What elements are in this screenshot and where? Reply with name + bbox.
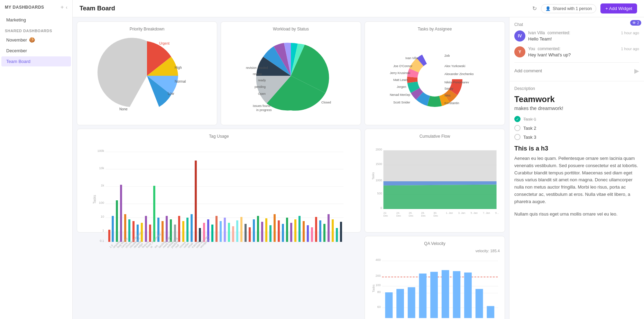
ivan-avatar: IV <box>514 30 525 42</box>
qa-velocity-value: velocity: 185.4 <box>370 249 500 253</box>
sidebar-item-december[interactable]: December <box>1 46 71 56</box>
svg-text:Nenad Merćep: Nenad Merćep <box>390 93 410 97</box>
svg-text:pending: pending <box>255 85 266 89</box>
svg-text:Alexander Zinchenko: Alexander Zinchenko <box>444 72 474 76</box>
msg-1-text: Hello Team! <box>528 36 639 42</box>
msg-1-author-name: Ivan Villa <box>528 30 545 35</box>
svg-text:Closed: Closed <box>321 101 331 104</box>
svg-rect-98 <box>294 219 296 242</box>
svg-text:1500: 1500 <box>376 162 382 166</box>
add-dashboard-icon[interactable]: + <box>61 4 64 10</box>
december-label: December <box>6 48 27 53</box>
svg-rect-78 <box>211 225 213 242</box>
msg-2-header: You commented: 1 hour ago <box>528 46 639 51</box>
svg-text:100: 100 <box>376 283 381 287</box>
sidebar-item-november[interactable]: November 🍪 <box>1 35 71 45</box>
svg-text:Nikita Ponomarev: Nikita Ponomarev <box>444 81 469 84</box>
svg-text:Scott Snider: Scott Snider <box>393 101 410 104</box>
cumulative-title: Cumulative Flow <box>370 134 500 139</box>
svg-rect-109 <box>340 222 342 242</box>
svg-rect-182 <box>476 289 483 318</box>
description-para2: Nullam quis risus eget urna mollis ornar… <box>514 211 639 218</box>
svg-rect-97 <box>290 223 292 242</box>
svg-text:1000: 1000 <box>376 179 382 182</box>
chat-message-2: Y You commented: 1 hour ago Hey Ivan! Wh… <box>514 46 639 57</box>
svg-rect-103 <box>315 217 317 242</box>
dashboard-grid: Priority Breakdown Urgent High <box>73 17 509 319</box>
task-item-1: ✓ Task 1 <box>514 116 639 122</box>
svg-rect-55 <box>116 200 118 242</box>
send-icon[interactable]: ▶ <box>634 67 639 75</box>
svg-text:Konstantin: Konstantin <box>444 101 459 105</box>
comment-input[interactable] <box>514 65 634 76</box>
svg-rect-85 <box>240 217 242 242</box>
eye-icon: 👁 <box>632 21 636 25</box>
msg-2-body: You commented: 1 hour ago Hey Ivan! What… <box>528 46 639 57</box>
msg-1-comment-label: commented: <box>548 30 570 35</box>
msg-2-author-name: You <box>528 46 535 51</box>
svg-text:Sergiy: Sergiy <box>444 87 453 90</box>
description-subtitle: makes the dreamwork! <box>514 106 639 111</box>
svg-text:issues found: issues found <box>253 104 270 108</box>
svg-text:Dec: Dec <box>433 214 438 217</box>
msg-2-text: Hey Ivan! What's up? <box>528 52 639 57</box>
task-2-check[interactable] <box>514 125 521 131</box>
shared-button[interactable]: 👤 Shared with 1 person <box>541 4 596 13</box>
msg-1-time: 1 hour ago <box>621 31 639 35</box>
refresh-button[interactable]: ↻ <box>532 5 537 12</box>
svg-rect-79 <box>215 216 218 242</box>
svg-rect-105 <box>323 224 325 242</box>
svg-rect-58 <box>128 219 130 242</box>
svg-rect-174 <box>385 292 393 318</box>
svg-text:Matt Lewis: Matt Lewis <box>393 78 408 82</box>
assignee-chart: Ivan Villa Zeb Joe O'Connor Alex Yurkows… <box>370 34 500 117</box>
task-list: ✓ Task 1 Task 2 Task 3 <box>514 116 639 140</box>
svg-text:Jorgen: Jorgen <box>397 85 406 89</box>
task-1-check[interactable]: ✓ <box>514 116 521 122</box>
svg-text:Urgent: Urgent <box>159 42 169 45</box>
add-widget-button[interactable]: + Add Widget <box>600 3 637 13</box>
svg-rect-94 <box>278 220 280 242</box>
svg-text:Normal: Normal <box>175 80 186 83</box>
cumulative-flow-widget: Cumulative Flow 2000 1500 1000 500 0 Tas… <box>365 129 505 233</box>
svg-rect-178 <box>430 272 438 318</box>
my-dashboards-title: MY DASHBOARDS <box>5 5 44 10</box>
cumulative-chart: 2000 1500 1000 500 0 Tasks <box>370 142 500 221</box>
svg-text:Wes: Wes <box>444 94 451 97</box>
svg-text:review: review <box>253 72 262 76</box>
assignee-title: Tasks by Assignee <box>370 27 500 31</box>
collapse-sidebar-icon[interactable]: ‹ <box>66 4 67 10</box>
msg-2-comment-label: commented: <box>538 46 561 51</box>
svg-text:400: 400 <box>376 258 381 262</box>
svg-text:Tasks: Tasks <box>93 195 96 204</box>
svg-rect-179 <box>442 270 449 318</box>
svg-rect-107 <box>332 219 334 242</box>
svg-text:500: 500 <box>377 192 382 195</box>
svg-rect-56 <box>120 185 122 242</box>
assignee-widget: Tasks by Assignee Ivan Villa <box>365 21 505 125</box>
svg-text:1k: 1k <box>101 184 104 187</box>
you-avatar: Y <box>514 46 525 57</box>
task-3-check[interactable] <box>514 134 521 140</box>
sidebar-item-marketing[interactable]: Marketing <box>1 15 71 25</box>
task-1-label: Task 1 <box>523 117 536 122</box>
svg-rect-101 <box>307 225 309 242</box>
workload-title: Workload by Status <box>226 27 356 31</box>
team-board-label: Team Board <box>6 59 30 64</box>
workload-widget: Workload by Status <box>221 21 361 125</box>
svg-text:ready: ready <box>258 79 266 82</box>
svg-rect-81 <box>224 218 226 242</box>
svg-text:100k: 100k <box>97 149 104 153</box>
qa-velocity-widget: QA Velocity velocity: 185.4 400 200 100 … <box>365 236 505 319</box>
priority-title: Priority Breakdown <box>82 27 212 31</box>
svg-text:9...: 9... <box>495 211 499 215</box>
svg-text:revision needed: revision needed <box>246 66 268 70</box>
svg-text:Tasks: Tasks <box>372 284 375 292</box>
topbar: Team Board ↻ 👤 Shared with 1 person + Ad… <box>73 0 644 17</box>
svg-text:Tasks: Tasks <box>371 172 375 180</box>
svg-text:Jerry Krusinski: Jerry Krusinski <box>390 71 410 75</box>
sidebar-item-team-board[interactable]: Team Board <box>1 56 71 66</box>
shared-label: Shared with 1 person <box>553 6 592 11</box>
user-icon: 👤 <box>545 6 551 11</box>
svg-rect-72 <box>186 218 188 242</box>
